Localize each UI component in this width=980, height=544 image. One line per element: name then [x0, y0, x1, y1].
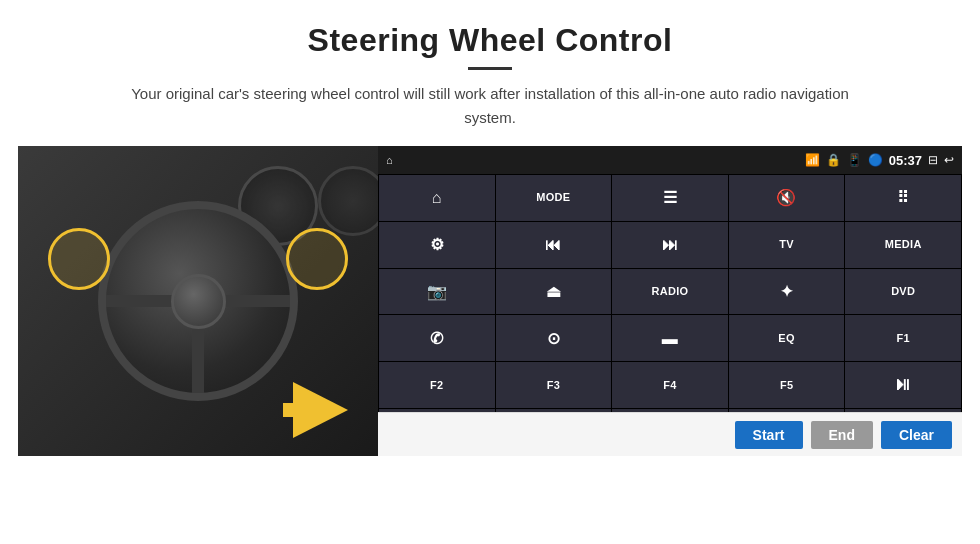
grid-btn-r5c5[interactable]: ⏯ [845, 362, 961, 408]
end-button[interactable]: End [811, 421, 873, 449]
grid-btn-r1c1[interactable]: ⌂ [379, 175, 495, 221]
grid-btn-r1c5[interactable]: ⠿ [845, 175, 961, 221]
title-underline [468, 67, 512, 70]
grid-btn-r2c3[interactable]: ⏭ [612, 222, 728, 268]
action-bar: Start End Clear [378, 412, 962, 456]
grid-btn-r2c2[interactable]: ⏮ [496, 222, 612, 268]
grid-btn-r4c5[interactable]: F1 [845, 315, 961, 361]
steering-wheel [98, 201, 298, 401]
grid-btn-r3c2[interactable]: ⏏ [496, 269, 612, 315]
grid-btn-r3c5[interactable]: DVD [845, 269, 961, 315]
clear-button[interactable]: Clear [881, 421, 952, 449]
grid-btn-r1c4[interactable]: 🔇 [729, 175, 845, 221]
grid-btn-r3c3[interactable]: RADIO [612, 269, 728, 315]
grid-btn-r3c4[interactable]: ✦ [729, 269, 845, 315]
grid-btn-r1c2[interactable]: MODE [496, 175, 612, 221]
mirror-icon: ⊟ [928, 153, 938, 167]
content-area: ⌂ 📶 🔒 📱 🔵 05:37 ⊟ ↩ ⌂MODE☰🔇⠿⚙⏮⏭TVMEDIA📷⏏… [18, 146, 962, 456]
wheel-background [18, 146, 378, 456]
sim-icon: 📱 [847, 153, 862, 167]
bt-icon: 🔵 [868, 153, 883, 167]
gauge-right [318, 166, 378, 236]
subtitle: Your original car's steering wheel contr… [120, 82, 860, 130]
highlight-right [286, 228, 348, 290]
lock-icon: 🔒 [826, 153, 841, 167]
car-image [18, 146, 378, 456]
grid-btn-r4c3[interactable]: ▬ [612, 315, 728, 361]
highlight-left [48, 228, 110, 290]
status-time: 05:37 [889, 153, 922, 168]
grid-btn-r2c4[interactable]: TV [729, 222, 845, 268]
grid-btn-r2c5[interactable]: MEDIA [845, 222, 961, 268]
home-icon: ⌂ [386, 154, 393, 166]
status-bar: ⌂ 📶 🔒 📱 🔵 05:37 ⊟ ↩ [378, 146, 962, 174]
wifi-icon: 📶 [805, 153, 820, 167]
status-right: 📶 🔒 📱 🔵 05:37 ⊟ ↩ [805, 153, 954, 168]
grid-btn-r5c2[interactable]: F3 [496, 362, 612, 408]
page-title: Steering Wheel Control [0, 0, 980, 59]
grid-btn-r4c1[interactable]: ✆ [379, 315, 495, 361]
start-button[interactable]: Start [735, 421, 803, 449]
android-panel: ⌂ 📶 🔒 📱 🔵 05:37 ⊟ ↩ ⌂MODE☰🔇⠿⚙⏮⏭TVMEDIA📷⏏… [378, 146, 962, 456]
grid-btn-r5c3[interactable]: F4 [612, 362, 728, 408]
grid-btn-r3c1[interactable]: 📷 [379, 269, 495, 315]
grid-btn-r2c1[interactable]: ⚙ [379, 222, 495, 268]
arrow-shape [293, 382, 348, 438]
grid-btn-r4c4[interactable]: EQ [729, 315, 845, 361]
grid-btn-r5c1[interactable]: F2 [379, 362, 495, 408]
arrow [293, 382, 348, 438]
status-left: ⌂ [386, 154, 393, 166]
wheel-center [171, 274, 226, 329]
grid-btn-r5c4[interactable]: F5 [729, 362, 845, 408]
grid-btn-r4c2[interactable]: ⊙ [496, 315, 612, 361]
grid-btn-r1c3[interactable]: ☰ [612, 175, 728, 221]
back-icon: ↩ [944, 153, 954, 167]
